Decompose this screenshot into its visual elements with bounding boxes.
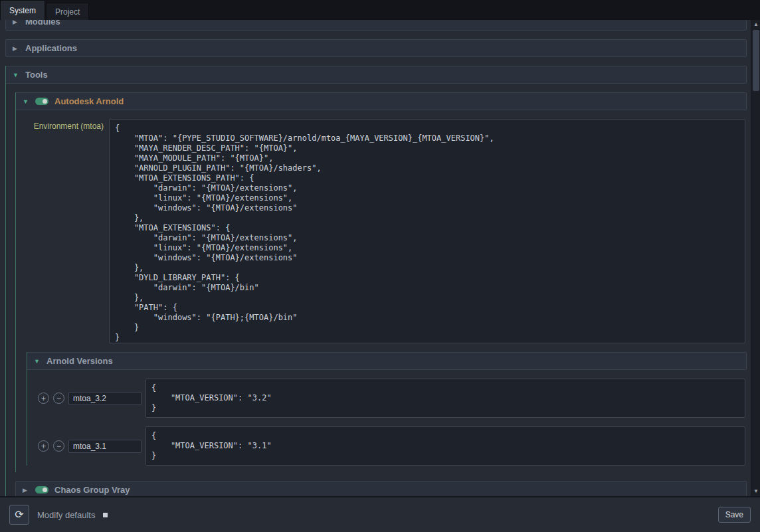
version-key-input[interactable] <box>68 440 142 453</box>
expanded-arrow-icon: ▼ <box>34 358 41 365</box>
version-key-input[interactable] <box>68 392 142 405</box>
vertical-scrollbar[interactable]: ▲ ▼ <box>751 20 760 496</box>
tab-project[interactable]: Project <box>46 3 89 20</box>
vray-enabled-toggle[interactable] <box>35 486 48 493</box>
tools-body: ▼ Autodesk Arnold Environment (mtoa) { "… <box>6 84 747 496</box>
section-label-tools: Tools <box>25 70 48 80</box>
environment-row: Environment (mtoa) { "MTOA": "{PYPE_STUD… <box>27 119 745 343</box>
remove-version-button[interactable]: − <box>53 440 64 452</box>
expanded-arrow-icon: ▼ <box>13 72 19 78</box>
scroll-down-arrow-icon[interactable]: ▼ <box>751 487 760 496</box>
collapsed-arrow-icon: ▶ <box>13 45 19 52</box>
collapsed-arrow-icon: ▶ <box>23 487 29 493</box>
version-json-editor[interactable]: { "MTOA_VERSION": "3.2" } <box>145 379 745 418</box>
section-header-modules[interactable]: ▶ Modules <box>5 20 747 31</box>
refresh-button[interactable]: ⟳ <box>9 505 29 525</box>
section-header-vray[interactable]: ▶ Chaos Group Vray <box>15 481 747 496</box>
arnold-body: Environment (mtoa) { "MTOA": "{PYPE_STUD… <box>16 110 747 472</box>
version-row: + − { "MTOA_VERSION": "3.2" } <box>38 379 745 418</box>
remove-version-button[interactable]: − <box>53 393 64 404</box>
footer-bar: ⟳ Modify defaults Save <box>0 496 760 532</box>
section-header-arnold-versions[interactable]: ▼ Arnold Versions <box>27 352 747 370</box>
section-header-arnold[interactable]: ▼ Autodesk Arnold <box>16 92 747 110</box>
tab-system[interactable]: System <box>0 0 45 20</box>
settings-pane: ▶ Modules ▶ Applications ▼ Tools <box>0 20 751 496</box>
section-label-applications: Applications <box>25 43 77 53</box>
version-row: + − { "MTOA_VERSION": "3.1" } <box>38 426 745 466</box>
scrollbar-thumb[interactable] <box>753 30 759 91</box>
add-version-button[interactable]: + <box>38 393 49 404</box>
section-tools: ▼ Tools ▼ Autodesk Arnold <box>5 66 747 496</box>
settings-window: System Project ▶ Modules ▶ Applications <box>0 0 760 532</box>
section-arnold-versions: ▼ Arnold Versions + − { "MTOA_VERSION <box>27 352 747 466</box>
section-header-applications[interactable]: ▶ Applications <box>5 39 747 57</box>
environment-label: Environment (mtoa) <box>27 119 109 131</box>
refresh-icon: ⟳ <box>15 509 23 520</box>
environment-json-editor[interactable]: { "MTOA": "{PYPE_STUDIO_SOFTWARE}/arnold… <box>109 119 745 343</box>
section-label-modules: Modules <box>25 20 60 27</box>
modify-defaults-label: Modify defaults <box>37 510 95 520</box>
scroll-up-arrow-icon[interactable]: ▲ <box>751 20 760 29</box>
save-button[interactable]: Save <box>718 507 751 523</box>
arnold-enabled-toggle[interactable] <box>35 98 48 105</box>
expanded-arrow-icon: ▼ <box>23 98 29 105</box>
version-json-editor[interactable]: { "MTOA_VERSION": "3.1" } <box>145 426 745 466</box>
collapsed-arrow-icon: ▶ <box>13 20 19 25</box>
section-label-vray: Chaos Group Vray <box>54 485 130 495</box>
modify-defaults-checkbox[interactable] <box>103 513 108 517</box>
settings-scroll-area: ▶ Modules ▶ Applications ▼ Tools <box>0 20 760 496</box>
add-version-button[interactable]: + <box>38 440 49 452</box>
tab-bar: System Project <box>0 0 760 20</box>
section-label-arnold: Autodesk Arnold <box>54 96 124 106</box>
section-label-arnold-versions: Arnold Versions <box>47 356 113 366</box>
section-header-tools[interactable]: ▼ Tools <box>6 66 747 84</box>
section-arnold: ▼ Autodesk Arnold Environment (mtoa) { "… <box>15 92 747 472</box>
